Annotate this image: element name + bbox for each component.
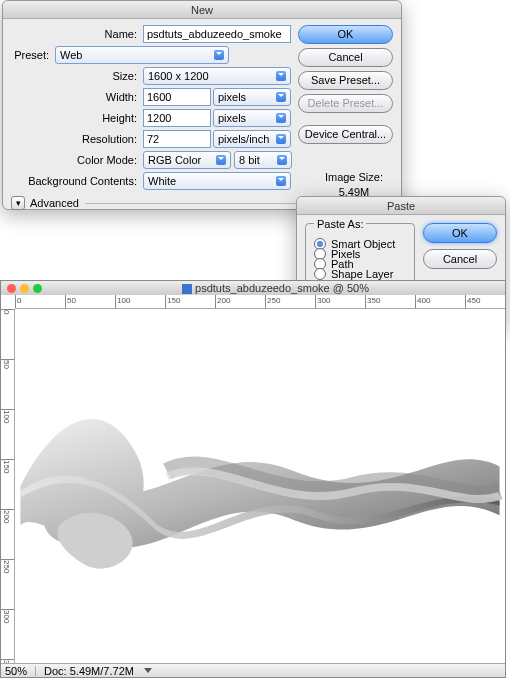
- delete-preset-button: Delete Preset...: [298, 94, 393, 113]
- close-traffic-light[interactable]: [7, 284, 16, 293]
- preset-select[interactable]: Web: [55, 46, 229, 64]
- radio-shape-layer[interactable]: Shape Layer: [314, 268, 406, 280]
- width-label: Width:: [11, 91, 143, 103]
- height-unit-select[interactable]: pixels: [213, 109, 291, 127]
- resolution-unit-select[interactable]: pixels/inch: [213, 130, 291, 148]
- canvas[interactable]: [16, 310, 504, 662]
- vertical-ruler[interactable]: 050100150200250300350: [1, 309, 15, 663]
- status-bar: 50% Doc: 5.49M/7.72M: [1, 663, 505, 677]
- window-titlebar: psdtuts_abduzeedo_smoke @ 50%: [1, 281, 505, 295]
- save-preset-button[interactable]: Save Preset...: [298, 71, 393, 90]
- document-title: psdtuts_abduzeedo_smoke @ 50%: [46, 282, 505, 294]
- paste-ok-button[interactable]: OK: [423, 223, 497, 243]
- ps-file-icon: [182, 284, 192, 294]
- height-input[interactable]: [143, 109, 211, 127]
- paste-dialog-title: Paste: [297, 197, 505, 215]
- smoke-artwork: [16, 310, 504, 662]
- colormode-label: Color Mode:: [11, 154, 143, 166]
- resolution-input[interactable]: [143, 130, 211, 148]
- horizontal-ruler[interactable]: 050100150200250300350400450: [15, 295, 505, 309]
- resolution-label: Resolution:: [11, 133, 143, 145]
- radio-icon: [314, 268, 326, 280]
- colormode-select[interactable]: RGB Color: [143, 151, 231, 169]
- stat-menu-icon[interactable]: [144, 668, 152, 673]
- width-input[interactable]: [143, 88, 211, 106]
- name-label: Name:: [11, 28, 143, 40]
- size-select[interactable]: 1600 x 1200: [143, 67, 291, 85]
- name-input[interactable]: [143, 25, 291, 43]
- bgcontents-select[interactable]: White: [143, 172, 291, 190]
- document-window: psdtuts_abduzeedo_smoke @ 50% 0501001502…: [0, 280, 506, 678]
- width-unit-select[interactable]: pixels: [213, 88, 291, 106]
- doc-stat: Doc: 5.49M/7.72M: [44, 665, 134, 677]
- minimize-traffic-light[interactable]: [20, 284, 29, 293]
- new-document-dialog: New Name: Preset: Web Size: 1600 x 1200 …: [2, 0, 402, 210]
- preset-label: Preset:: [11, 49, 55, 61]
- new-dialog-title: New: [3, 1, 401, 19]
- zoom-level[interactable]: 50%: [5, 665, 27, 677]
- cancel-button[interactable]: Cancel: [298, 48, 393, 67]
- bgcontents-label: Background Contents:: [11, 175, 143, 187]
- size-label: Size:: [11, 70, 143, 82]
- device-central-button[interactable]: Device Central...: [298, 125, 393, 144]
- paste-as-legend: Paste As:: [314, 218, 366, 230]
- zoom-traffic-light[interactable]: [33, 284, 42, 293]
- height-label: Height:: [11, 112, 143, 124]
- ok-button[interactable]: OK: [298, 25, 393, 44]
- advanced-label: Advanced: [30, 197, 79, 209]
- advanced-toggle[interactable]: ▾: [11, 196, 25, 210]
- bitdepth-select[interactable]: 8 bit: [234, 151, 292, 169]
- paste-cancel-button[interactable]: Cancel: [423, 249, 497, 269]
